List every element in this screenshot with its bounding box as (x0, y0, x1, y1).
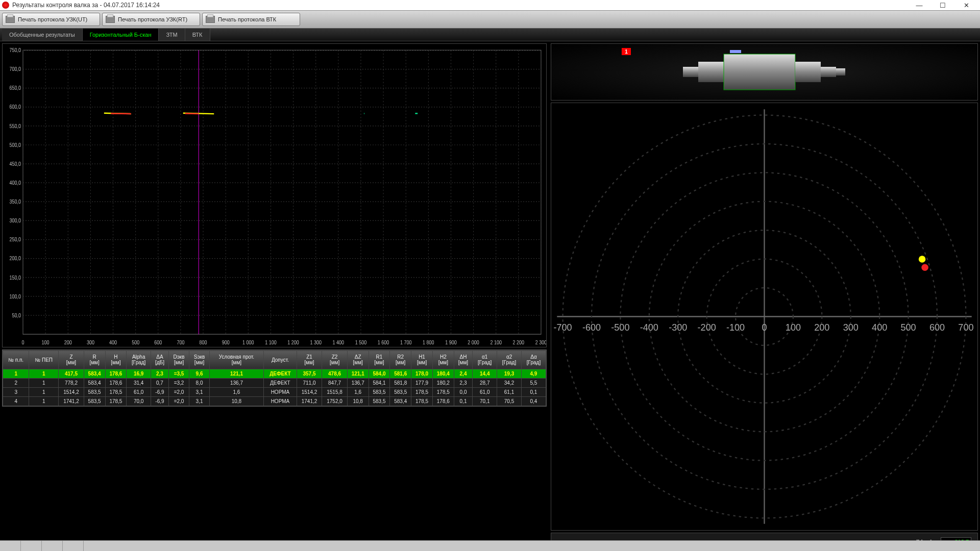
table-cell: 3 (3, 388, 29, 397)
table-header[interactable]: ΔZ[мм] (347, 350, 369, 369)
polar-view[interactable]: -700-600-500-400-300-200-100010020030040… (551, 103, 978, 531)
table-header[interactable]: Sэкв[мм] (189, 350, 210, 369)
table-header[interactable]: Допуст. (264, 350, 297, 369)
table-header[interactable]: H1[мм] (411, 350, 433, 369)
table-header[interactable]: Alpha[Град] (127, 350, 151, 369)
svg-text:200: 200 (64, 339, 72, 345)
bscan-chart[interactable]: 01002003004005006007008009001 0001 1001 … (2, 43, 547, 347)
svg-text:550,0: 550,0 (9, 123, 21, 129)
print-vtk-button[interactable]: Печать протокола ВТК (202, 13, 300, 26)
printer-icon (206, 16, 215, 23)
table-cell: 3,1 (189, 397, 210, 406)
svg-text:-200: -200 (698, 322, 716, 333)
table-header[interactable]: Δα[Град] (521, 350, 546, 369)
print-uz-rt-button[interactable]: Печать протокола УЗК(RT) (102, 13, 200, 26)
table-row[interactable]: 411741,2583,5178,570,0-6,9=2,03,110,8НОР… (3, 397, 546, 406)
tab-ztm[interactable]: ЗТМ (159, 29, 185, 41)
svg-text:-700: -700 (554, 322, 572, 333)
svg-text:1 800: 1 800 (423, 339, 434, 345)
svg-rect-90 (821, 67, 836, 77)
table-header[interactable]: Dэкв[мм] (168, 350, 189, 369)
table-header[interactable]: Z2[мм] (322, 350, 348, 369)
table-row[interactable]: 311514,2583,5178,561,0-6,9=2,03,11,6НОРМ… (3, 388, 546, 397)
table-header[interactable]: R[мм] (84, 350, 105, 369)
maximize-button[interactable]: ☐ (931, 0, 954, 10)
svg-text:400: 400 (872, 322, 887, 333)
table-cell: 583,4 (390, 397, 411, 406)
table-header[interactable]: Z1[мм] (297, 350, 322, 369)
svg-text:100: 100 (786, 322, 801, 333)
table-cell: 2,3 (454, 379, 473, 388)
svg-text:-300: -300 (669, 322, 687, 333)
table-cell: 178,5 (411, 397, 433, 406)
table-cell: ДЕФЕКТ (264, 369, 297, 379)
table-header[interactable]: Условная прот.[мм] (209, 350, 263, 369)
svg-rect-91 (836, 68, 845, 76)
svg-text:450,0: 450,0 (9, 161, 21, 167)
svg-text:2 200: 2 200 (513, 339, 525, 345)
table-header[interactable]: Z[мм] (59, 350, 84, 369)
svg-text:1 700: 1 700 (400, 339, 412, 345)
titlebar: Результаты контроля валка за - 04.07.201… (0, 0, 980, 11)
table-cell: 178,6 (105, 369, 127, 379)
table-header[interactable]: № ПЕП (29, 350, 59, 369)
table-cell: НОРМА (264, 388, 297, 397)
table-header[interactable]: H[мм] (105, 350, 127, 369)
table-cell: 61,1 (497, 388, 522, 397)
roll-view[interactable]: 1 (551, 43, 978, 101)
svg-text:500: 500 (132, 339, 139, 345)
svg-rect-88 (724, 54, 795, 90)
table-header[interactable]: α1[Град] (473, 350, 497, 369)
table-cell: 180,2 (432, 379, 454, 388)
table-cell: 357,5 (297, 369, 322, 379)
left-panel: 01002003004005006007008009001 0001 1001 … (0, 41, 549, 407)
table-cell: 583,5 (390, 388, 411, 397)
table-header[interactable]: α2[Град] (497, 350, 522, 369)
table-cell: 178,6 (105, 379, 127, 388)
table-cell: 10,8 (209, 397, 263, 406)
table-cell: 178,0 (411, 369, 433, 379)
close-button[interactable]: ✕ (954, 0, 978, 10)
table-header[interactable]: ΔA[дБ] (151, 350, 169, 369)
table-cell: 581,8 (390, 379, 411, 388)
table-cell: 0,4 (521, 397, 546, 406)
print-rt-label: Печать протокола УЗК(RT) (118, 16, 187, 22)
svg-text:250,0: 250,0 (9, 236, 21, 242)
table-header[interactable]: R1[мм] (369, 350, 390, 369)
table-cell: 0,1 (454, 397, 473, 406)
tab-summary[interactable]: Обобщенные результаты (2, 29, 83, 41)
table-header[interactable]: H2[мм] (432, 350, 454, 369)
results-table[interactable]: № п.п.№ ПЕПZ[мм]R[мм]H[мм]Alpha[Град]ΔA[… (3, 350, 546, 406)
table-row[interactable]: 11417,5583,4178,616,92,3=3,59,6121,1ДЕФЕ… (3, 369, 546, 379)
svg-text:50,0: 50,0 (12, 312, 21, 318)
table-cell: 1741,2 (297, 397, 322, 406)
table-cell: 2 (3, 379, 29, 388)
table-header[interactable]: № п.п. (3, 350, 29, 369)
svg-text:-600: -600 (582, 322, 601, 333)
table-cell: 70,5 (497, 397, 522, 406)
svg-text:2 300: 2 300 (535, 339, 546, 345)
table-cell: ДЕФЕКТ (264, 379, 297, 388)
tab-vtk[interactable]: ВТК (185, 29, 210, 41)
table-row[interactable]: 21778,2583,4178,631,40,7=3,28,0136,7ДЕФЕ… (3, 379, 546, 388)
tab-bscan[interactable]: Горизонтальный Б-скан (83, 29, 159, 41)
table-cell: 178,5 (105, 397, 127, 406)
table-cell: 136,7 (209, 379, 263, 388)
table-cell: 70,1 (473, 397, 497, 406)
svg-text:650,0: 650,0 (9, 85, 21, 91)
svg-text:700: 700 (177, 339, 184, 345)
svg-point-118 (919, 256, 926, 263)
table-cell: =3,2 (168, 379, 189, 388)
print-uz-ut-button[interactable]: Печать протокола УЗК(UT) (2, 13, 100, 26)
svg-text:900: 900 (222, 339, 230, 345)
minimize-button[interactable]: — (908, 0, 931, 10)
results-table-wrap: № п.п.№ ПЕПZ[мм]R[мм]H[мм]Alpha[Град]ΔA[… (2, 349, 547, 407)
status-bar (0, 540, 980, 551)
app-icon (2, 2, 9, 9)
table-cell: 1 (3, 369, 29, 379)
table-cell: 34,2 (497, 379, 522, 388)
right-panel: 1 -700-600-500-400-300-200-1000100200300… (549, 41, 980, 407)
table-cell: 5,5 (521, 379, 546, 388)
table-header[interactable]: ΔH[мм] (454, 350, 473, 369)
table-header[interactable]: R2[мм] (390, 350, 411, 369)
